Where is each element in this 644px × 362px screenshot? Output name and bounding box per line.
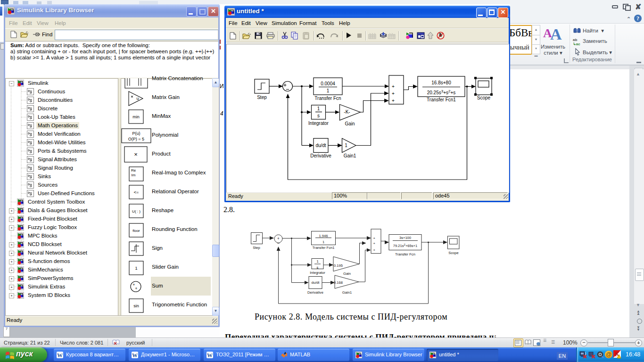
svg-text:sin: sin [133, 304, 139, 308]
svg-text:Transfer Fcn1: Transfer Fcn1 [313, 246, 335, 250]
svg-text:U( : ): U( : ) [132, 209, 140, 214]
svg-text:Derivative: Derivative [310, 153, 331, 158]
svg-text:du/dt: du/dt [315, 143, 326, 148]
svg-text:W: W [57, 352, 63, 359]
svg-text:Scope: Scope [448, 251, 459, 255]
svg-text:1: 1 [135, 266, 137, 271]
svg-text:Transfer Fcn: Transfer Fcn [314, 96, 341, 101]
svg-text:+: + [392, 91, 395, 96]
svg-text:1: 1 [322, 240, 324, 244]
svg-text:Transfer Fcn: Transfer Fcn [395, 252, 415, 256]
svg-text:W: W [207, 352, 213, 359]
svg-text:+: + [373, 241, 376, 246]
svg-text:_: _ [277, 239, 280, 244]
svg-text:W: W [132, 352, 138, 359]
svg-text:floor: floor [132, 229, 140, 233]
svg-text:79.21s2+65s+1: 79.21s2+65s+1 [393, 243, 418, 248]
svg-text:+: + [373, 248, 376, 252]
svg-text:du/dt: du/dt [312, 280, 320, 285]
svg-text:Derivative: Derivative [307, 290, 323, 295]
svg-text:Integrator: Integrator [308, 121, 329, 126]
svg-text:0.195: 0.195 [334, 263, 343, 268]
svg-text:-K-: -K- [344, 109, 350, 115]
svg-text:Im: Im [132, 173, 136, 177]
svg-text:Gain1: Gain1 [344, 153, 356, 158]
svg-text:min: min [132, 115, 140, 119]
svg-text:s: s [317, 113, 320, 118]
svg-text:+: + [135, 286, 137, 291]
svg-text:Scope: Scope [477, 95, 491, 100]
svg-text:Integrator: Integrator [310, 271, 325, 275]
svg-text:O(P) = 5: O(P) = 5 [128, 137, 144, 141]
svg-text:16.8s+80: 16.8s+80 [431, 80, 451, 85]
svg-text:s: s [317, 265, 319, 270]
svg-text:<=: <= [134, 190, 139, 195]
svg-text:0.0004: 0.0004 [321, 81, 335, 86]
svg-text:×: × [134, 151, 138, 158]
svg-text:Re: Re [131, 168, 136, 173]
svg-text:Step: Step [253, 246, 260, 250]
svg-text:u: u [136, 96, 139, 101]
svg-text:1: 1 [327, 88, 330, 93]
svg-text:+: + [392, 84, 395, 89]
svg-text:1.946: 1.946 [319, 234, 328, 238]
svg-text:Transfer Fcn1: Transfer Fcn1 [427, 97, 456, 102]
svg-text:Gain: Gain [345, 121, 355, 126]
svg-text:1: 1 [345, 143, 347, 148]
svg-text:0.168: 0.168 [334, 280, 343, 285]
svg-text:Gain1: Gain1 [342, 290, 352, 295]
svg-text:Gain: Gain [343, 272, 351, 276]
svg-text:+: + [392, 98, 395, 103]
svg-text:Step: Step [257, 95, 267, 100]
svg-text:1: 1 [317, 106, 320, 111]
svg-text:3s+100: 3s+100 [399, 236, 411, 240]
svg-text:+: + [373, 236, 376, 240]
svg-text:1: 1 [316, 259, 318, 263]
svg-text:P(u): P(u) [132, 131, 140, 136]
